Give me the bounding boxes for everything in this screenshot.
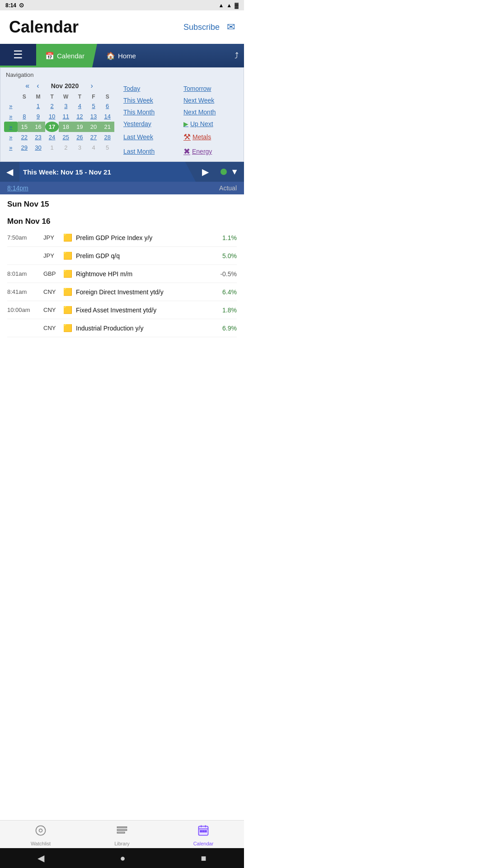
event-time: 7:50am [7, 234, 40, 241]
cal-day-active[interactable]: 16 [31, 122, 45, 132]
cal-day[interactable]: 29 [18, 142, 32, 153]
time-bar: 8:14pm Actual [0, 182, 244, 194]
next-week-link[interactable]: Next Week [183, 95, 238, 105]
tomorrow-link[interactable]: Tomorrow [183, 84, 238, 94]
last-month-link[interactable]: Last Month [123, 145, 178, 158]
col-thu: T [73, 93, 87, 101]
cal-day[interactable]: 5 [87, 101, 101, 111]
event-name: Industrial Production y/y [76, 325, 211, 332]
event-flag-icon: 🟨 [63, 251, 72, 260]
current-time[interactable]: 8:14pm [7, 184, 28, 192]
cal-day[interactable]: 3 [59, 101, 73, 111]
cal-day[interactable]: 2 [45, 101, 59, 111]
list-item: 7:50am JPY 🟨 Prelim GDP Price Index y/y … [7, 229, 237, 247]
energy-icon: ✖ [183, 146, 190, 156]
cal-day[interactable]: 12 [73, 111, 87, 122]
mini-calendar: « ‹ Nov 2020 › S M T W T F S [0, 80, 118, 161]
event-name: Prelim GDP Price Index y/y [76, 234, 211, 241]
table-row: » 22 23 24 25 26 27 28 [4, 132, 114, 142]
nav-tab-home[interactable]: 🏠 Home [97, 44, 145, 67]
cal-day[interactable]: 22 [18, 132, 32, 142]
prev-month-btn2[interactable]: ‹ [35, 82, 41, 90]
cal-day-active[interactable]: 21 [100, 122, 114, 132]
list-item: 10:00am CNY 🟨 Fixed Asset Investment ytd… [7, 301, 237, 319]
cal-day-active[interactable]: 15 [18, 122, 32, 132]
list-item: 8:01am GBP 🟨 Rightmove HPI m/m -0.5% [7, 265, 237, 283]
cal-day-active[interactable]: 18 [59, 122, 73, 132]
event-name: Rightmove HPI m/m [76, 270, 211, 278]
row-arrow-5[interactable]: » [4, 142, 18, 153]
metals-link[interactable]: ⚒ Metals [183, 131, 238, 143]
cal-day[interactable]: 23 [31, 132, 45, 142]
this-month-link[interactable]: This Month [123, 107, 178, 117]
cal-day[interactable]: 1 [31, 101, 45, 111]
cal-day[interactable]: 9 [31, 111, 45, 122]
table-row: » 8 9 10 11 12 13 14 [4, 111, 114, 122]
event-currency: CNY [43, 325, 60, 331]
row-arrow-2[interactable]: » [4, 111, 18, 122]
battery-icon: ▓ [235, 2, 239, 9]
status-bar-right: ▲ ▲ ▓ [218, 2, 239, 9]
cal-day[interactable]: 6 [100, 101, 114, 111]
cal-day[interactable]: 24 [45, 132, 59, 142]
row-arrow-1[interactable]: » [4, 101, 18, 111]
cal-day[interactable]: 4 [73, 101, 87, 111]
cal-day-other[interactable]: 3 [73, 142, 87, 153]
page-title: Calendar [9, 18, 79, 37]
event-currency: JPY [43, 252, 60, 259]
energy-link[interactable]: ✖ Energy [183, 145, 238, 158]
cal-day[interactable]: 8 [18, 111, 32, 122]
row-arrow-active[interactable]: » [4, 122, 18, 132]
mail-icon[interactable]: ✉ [227, 21, 235, 33]
up-next-link[interactable]: ▶ Up Next [183, 119, 238, 129]
cal-day[interactable]: 11 [59, 111, 73, 122]
week-nav-right: ▼ [215, 167, 244, 177]
today-link[interactable]: Today [123, 84, 178, 94]
row-arrow-4[interactable]: » [4, 132, 18, 142]
next-month-link[interactable]: Next Month [183, 107, 238, 117]
status-time: 8:14 [5, 2, 16, 9]
filter-icon[interactable]: ▼ [230, 167, 239, 177]
cal-day-today[interactable]: 17 [45, 122, 59, 132]
cal-day-other[interactable]: 5 [100, 142, 114, 153]
home-nav-icon: 🏠 [106, 52, 115, 60]
cal-day[interactable]: 27 [87, 132, 101, 142]
cal-day-other[interactable]: 4 [87, 142, 101, 153]
prev-month-btn[interactable]: « [23, 82, 31, 90]
event-currency: CNY [43, 288, 60, 295]
cal-day[interactable]: 28 [100, 132, 114, 142]
cal-day-active[interactable]: 19 [73, 122, 87, 132]
yesterday-link[interactable]: Yesterday [123, 119, 178, 129]
cal-day-active[interactable]: 20 [87, 122, 101, 132]
event-name: Foreign Direct Investment ytd/y [76, 288, 211, 296]
col-tue: T [45, 93, 59, 101]
events-list: Sun Nov 15 Mon Nov 16 7:50am JPY 🟨 Preli… [0, 194, 244, 337]
status-app-icon: ⊙ [19, 2, 24, 9]
cal-day[interactable]: 14 [100, 111, 114, 122]
next-week-btn[interactable]: ▶ [196, 162, 215, 182]
upnext-label: Up Next [190, 120, 213, 127]
subscribe-button[interactable]: Subscribe [183, 23, 220, 32]
nav-tab-calendar-label: Calendar [57, 52, 84, 60]
event-currency: JPY [43, 234, 60, 241]
cal-day[interactable]: 26 [73, 132, 87, 142]
prev-week-btn[interactable]: ◀ [0, 162, 19, 182]
col-arrow-header [4, 93, 18, 101]
last-week-link[interactable]: Last Week [123, 131, 178, 143]
nav-tab-calendar[interactable]: 📅 Calendar [36, 44, 97, 67]
col-sat: S [100, 93, 114, 101]
cal-day-other[interactable]: 1 [45, 142, 59, 153]
mini-cal-header: « ‹ Nov 2020 › [4, 82, 114, 90]
cal-day[interactable]: 13 [87, 111, 101, 122]
cal-day[interactable]: 30 [31, 142, 45, 153]
metals-label: Metals [192, 133, 211, 141]
cal-day-other[interactable]: 2 [59, 142, 73, 153]
col-mon: M [31, 93, 45, 101]
event-name: Fixed Asset Investment ytd/y [76, 307, 211, 314]
next-month-btn[interactable]: › [89, 82, 94, 90]
calendar-nav-icon: 📅 [45, 52, 54, 60]
nav-export-icon[interactable]: ⤴ [235, 44, 244, 67]
this-week-link[interactable]: This Week [123, 95, 178, 105]
cal-day[interactable]: 10 [45, 111, 59, 122]
cal-day[interactable]: 25 [59, 132, 73, 142]
